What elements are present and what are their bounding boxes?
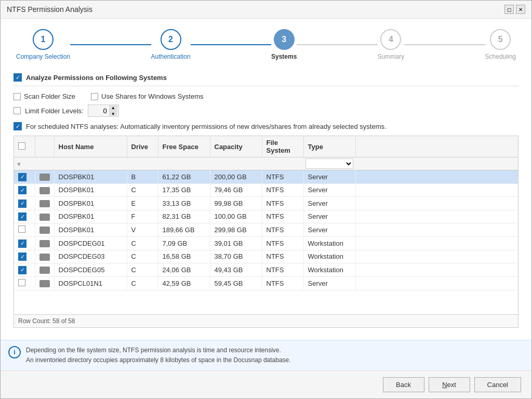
row-extra — [355, 170, 518, 184]
row-fs: NTFS — [262, 197, 303, 210]
row-fs: NTFS — [262, 170, 303, 184]
cancel-button[interactable]: Cancel — [474, 377, 521, 392]
scan-folder-size-checkbox[interactable] — [14, 93, 21, 100]
step-1[interactable]: 1 Company Selection — [16, 29, 70, 60]
restore-button[interactable]: ◻ — [504, 5, 514, 14]
row-capacity: 99,98 GB — [210, 197, 262, 210]
col-type-header[interactable]: Type — [303, 136, 355, 157]
row-drive: C — [127, 183, 158, 197]
table-row: DOSPBK01V189,66 GB299,98 GBNTFSServer — [14, 223, 518, 237]
filter-type-cell[interactable]: Server Workstation — [303, 157, 355, 170]
row-checkbox[interactable]: ✓ — [18, 173, 26, 181]
select-all-checkbox[interactable] — [18, 142, 25, 150]
table-row: ✓DOSPBK01E33,13 GB99,98 GBNTFSServer — [14, 197, 518, 210]
table-scroll[interactable]: Host Name Drive Free Space Capacity File… — [14, 136, 518, 314]
row-capacity: 79,46 GB — [210, 183, 262, 197]
next-button[interactable]: Next — [429, 377, 470, 392]
row-host: DOSPBK01 — [54, 223, 127, 237]
server-icon — [39, 240, 50, 247]
row-fs: NTFS — [262, 210, 303, 223]
col-freespace-header[interactable]: Free Space — [158, 136, 210, 157]
row-checkbox-cell — [14, 276, 35, 290]
row-checkbox[interactable]: ✓ — [18, 240, 26, 248]
auto-inventory-checkbox[interactable] — [14, 122, 22, 130]
row-checkbox[interactable]: ✓ — [18, 252, 26, 261]
row-icon-cell — [35, 237, 54, 250]
back-button[interactable]: Back — [383, 377, 424, 392]
folder-level-input[interactable] — [88, 107, 109, 115]
row-checkbox[interactable]: ✓ — [18, 212, 26, 221]
row-type: Server — [303, 276, 355, 290]
step-3-circle: 3 — [274, 29, 295, 50]
scan-folder-size-option: Scan Folder Size — [14, 92, 75, 100]
row-drive: V — [127, 223, 158, 237]
table-row: ✓DOSPCDEG05C24,06 GB49,43 GBNTFSWorkstat… — [14, 263, 518, 277]
col-hostname-header[interactable]: Host Name — [54, 136, 127, 157]
row-checkbox[interactable]: ✓ — [18, 266, 26, 274]
row-extra — [355, 223, 518, 237]
limit-folder-levels-checkbox[interactable] — [14, 107, 21, 114]
col-drive-header[interactable]: Drive — [127, 136, 158, 157]
use-shares-option: Use Shares for Windows Systems — [91, 92, 204, 100]
steps-container: 1 Company Selection 2 Authentication 3 S… — [16, 29, 516, 60]
filter-icon-cell: ▼ — [14, 157, 35, 170]
spinbox-down[interactable]: ▼ — [109, 111, 117, 117]
row-extra — [355, 183, 518, 197]
row-type: Workstation — [303, 237, 355, 250]
row-checkbox[interactable]: ✓ — [18, 200, 26, 208]
row-count: Row Count: 58 of 58 — [18, 317, 75, 325]
row-extra — [355, 210, 518, 223]
filter-freespace-cell — [158, 157, 210, 170]
close-button[interactable]: ✕ — [516, 5, 525, 14]
step-3[interactable]: 3 Systems — [271, 29, 297, 60]
table-row: ✓DOSPBK01F82,31 GB100,00 GBNTFSServer — [14, 210, 518, 223]
table-row: ✓DOSPBK01C17,35 GB79,46 GBNTFSServer — [14, 183, 518, 197]
row-capacity: 49,43 GB — [210, 263, 262, 277]
scan-folder-size-label: Scan Folder Size — [24, 92, 75, 100]
spinbox-up[interactable]: ▲ — [109, 104, 117, 111]
spinbox-arrows: ▲ ▼ — [109, 104, 117, 117]
folder-levels-row: Limit Folder Levels: ▲ ▼ — [14, 104, 518, 117]
info-bar: i Depending on the file system size, NTF… — [1, 340, 531, 370]
use-shares-checkbox[interactable] — [91, 93, 98, 100]
row-free: 33,13 GB — [158, 197, 210, 210]
server-icon — [39, 267, 50, 274]
row-icon-cell — [35, 170, 54, 184]
row-type: Server — [303, 210, 355, 223]
step-5[interactable]: 5 Scheduling — [485, 29, 516, 60]
row-host: DOSPCL01N1 — [54, 276, 127, 290]
row-extra — [355, 197, 518, 210]
row-capacity: 200,00 GB — [210, 170, 262, 184]
row-checkbox-cell: ✓ — [14, 197, 35, 210]
analyze-permissions-checkbox[interactable] — [14, 73, 22, 82]
row-checkbox[interactable] — [18, 225, 25, 233]
info-line2: An inventoried directory occupies approx… — [26, 355, 291, 365]
type-filter-select[interactable]: Server Workstation — [305, 158, 353, 169]
step-1-label: Company Selection — [16, 53, 70, 60]
step-2[interactable]: 2 Authentication — [151, 29, 191, 60]
row-free: 24,06 GB — [158, 263, 210, 277]
section-header: Analyze Permissions on Following Systems — [14, 73, 518, 86]
step-5-circle: 5 — [490, 29, 511, 50]
auto-inventory-label: For scheduled NTFS analyses: Automatical… — [26, 123, 387, 130]
row-host: DOSPBK01 — [54, 210, 127, 223]
folder-level-spinbox[interactable]: ▲ ▼ — [88, 104, 119, 117]
row-type: Server — [303, 197, 355, 210]
server-icon — [39, 187, 50, 194]
row-host: DOSPCDEG03 — [54, 250, 127, 263]
footer: Back Next Cancel — [1, 370, 531, 398]
content-area: 1 Company Selection 2 Authentication 3 S… — [1, 19, 531, 398]
col-capacity-header[interactable]: Capacity — [210, 136, 262, 157]
row-fs: NTFS — [262, 223, 303, 237]
col-filesystem-header[interactable]: File System — [262, 136, 303, 157]
window-title: NTFS Permission Analysis — [7, 5, 92, 14]
step-line-3-4 — [297, 44, 377, 45]
main-body: Analyze Permissions on Following Systems… — [1, 65, 531, 336]
row-checkbox[interactable]: ✓ — [18, 186, 26, 194]
table-row: ✓DOSPCDEG01C7,09 GB39,01 GBNTFSWorkstati… — [14, 237, 518, 250]
row-checkbox[interactable] — [18, 279, 25, 286]
step-4[interactable]: 4 Summary — [378, 29, 404, 60]
row-icon-cell — [35, 263, 54, 277]
row-type: Server — [303, 183, 355, 197]
row-fs: NTFS — [262, 276, 303, 290]
